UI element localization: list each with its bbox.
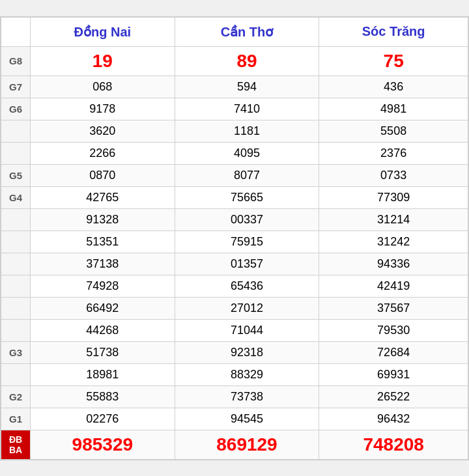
row-label (1, 275, 31, 297)
table-row: 362011815508 (1, 120, 468, 142)
table-row: 913280033731214 (1, 208, 468, 231)
cell-G4-1-2: 31214 (319, 208, 468, 231)
cell-G3-0-0: 51738 (31, 341, 175, 363)
table-row: G7068594436 (1, 76, 468, 98)
cell-G4-2-2: 31242 (319, 231, 468, 253)
cell-G4-5-0: 66492 (31, 297, 175, 319)
cell-G6-1-0: 3620 (31, 120, 175, 142)
cell-G6-0-0: 9178 (31, 98, 175, 120)
cell-G7-0: 068 (31, 76, 175, 98)
db-label: ĐBBA (1, 430, 31, 459)
cell-G3-1-2: 69931 (319, 363, 468, 385)
cell-G4-3-0: 37138 (31, 253, 175, 275)
row-label: G1 (1, 408, 31, 430)
table-row: 371380135794336 (1, 253, 468, 275)
table-row: G8198975 (1, 46, 468, 76)
cell-G2-1: 73738 (175, 385, 319, 408)
row-label (1, 120, 31, 142)
cell-G3-1-1: 88329 (175, 363, 319, 385)
lottery-table: Đồng Nai Cần Thơ Sóc Trăng G8198975G7068… (0, 16, 469, 460)
table-row: 226640952376 (1, 142, 468, 164)
table-row: 189818832969931 (1, 363, 468, 385)
row-label (1, 319, 31, 341)
cell-G5-2: 0733 (319, 164, 468, 186)
row-label: G5 (1, 164, 31, 186)
db-value-0: 985329 (31, 430, 175, 459)
row-label (1, 142, 31, 164)
row-label (1, 208, 31, 231)
cell-G6-1-2: 5508 (319, 120, 468, 142)
cell-G6-2-1: 4095 (175, 142, 319, 164)
header-row: Đồng Nai Cần Thơ Sóc Trăng (1, 17, 468, 46)
header-can-tho: Cần Thơ (175, 17, 319, 46)
cell-G4-3-1: 01357 (175, 253, 319, 275)
table-row: G5087080770733 (1, 164, 468, 186)
cell-G3-1-0: 18981 (31, 363, 175, 385)
db-value-1: 869129 (175, 430, 319, 459)
cell-G2-2: 26522 (319, 385, 468, 408)
db-value-2: 748208 (319, 430, 468, 459)
cell-G2-0: 55883 (31, 385, 175, 408)
table-row: 749286543642419 (1, 275, 468, 297)
cell-G6-1-1: 1181 (175, 120, 319, 142)
cell-G6-2-0: 2266 (31, 142, 175, 164)
row-label: G7 (1, 76, 31, 98)
row-label: G8 (1, 46, 31, 76)
cell-G5-0: 0870 (31, 164, 175, 186)
header-soc-trang: Sóc Trăng (319, 17, 468, 46)
row-label: G4 (1, 186, 31, 208)
header-empty (1, 17, 31, 46)
table-row: G3517389231872684 (1, 341, 468, 363)
cell-G7-2: 436 (319, 76, 468, 98)
cell-G4-4-0: 74928 (31, 275, 175, 297)
cell-G4-0-0: 42765 (31, 186, 175, 208)
cell-G4-4-2: 42419 (319, 275, 468, 297)
cell-G6-0-2: 4981 (319, 98, 468, 120)
table-row: 664922701237567 (1, 297, 468, 319)
row-label: G6 (1, 98, 31, 120)
table-row: G2558837373826522 (1, 385, 468, 408)
cell-G6-0-1: 7410 (175, 98, 319, 120)
table-row: 442687104479530 (1, 319, 468, 341)
table-row: G6917874104981 (1, 98, 468, 120)
cell-G1-0: 02276 (31, 408, 175, 430)
cell-G4-2-0: 51351 (31, 231, 175, 253)
row-label (1, 363, 31, 385)
cell-G4-0-2: 77309 (319, 186, 468, 208)
row-label: G2 (1, 385, 31, 408)
cell-G4-5-2: 37567 (319, 297, 468, 319)
table-row: G4427657566577309 (1, 186, 468, 208)
cell-G8-0: 19 (31, 46, 175, 76)
header-dong-nai: Đồng Nai (31, 17, 175, 46)
cell-G3-0-1: 92318 (175, 341, 319, 363)
cell-G6-2-2: 2376 (319, 142, 468, 164)
cell-G4-5-1: 27012 (175, 297, 319, 319)
cell-G1-1: 94545 (175, 408, 319, 430)
row-label (1, 297, 31, 319)
cell-G8-2: 75 (319, 46, 468, 76)
row-label (1, 253, 31, 275)
cell-G1-2: 96432 (319, 408, 468, 430)
cell-G4-0-1: 75665 (175, 186, 319, 208)
cell-G7-1: 594 (175, 76, 319, 98)
table-row: G1022769454596432 (1, 408, 468, 430)
cell-G4-4-1: 65436 (175, 275, 319, 297)
cell-G8-1: 89 (175, 46, 319, 76)
cell-G4-6-2: 79530 (319, 319, 468, 341)
cell-G3-0-2: 72684 (319, 341, 468, 363)
db-row: ĐBBA985329869129748208 (1, 430, 468, 459)
cell-G4-6-1: 71044 (175, 319, 319, 341)
table-row: 513517591531242 (1, 231, 468, 253)
row-label (1, 231, 31, 253)
cell-G4-2-1: 75915 (175, 231, 319, 253)
cell-G4-1-0: 91328 (31, 208, 175, 231)
cell-G5-1: 8077 (175, 164, 319, 186)
cell-G4-6-0: 44268 (31, 319, 175, 341)
cell-G4-3-2: 94336 (319, 253, 468, 275)
row-label: G3 (1, 341, 31, 363)
cell-G4-1-1: 00337 (175, 208, 319, 231)
